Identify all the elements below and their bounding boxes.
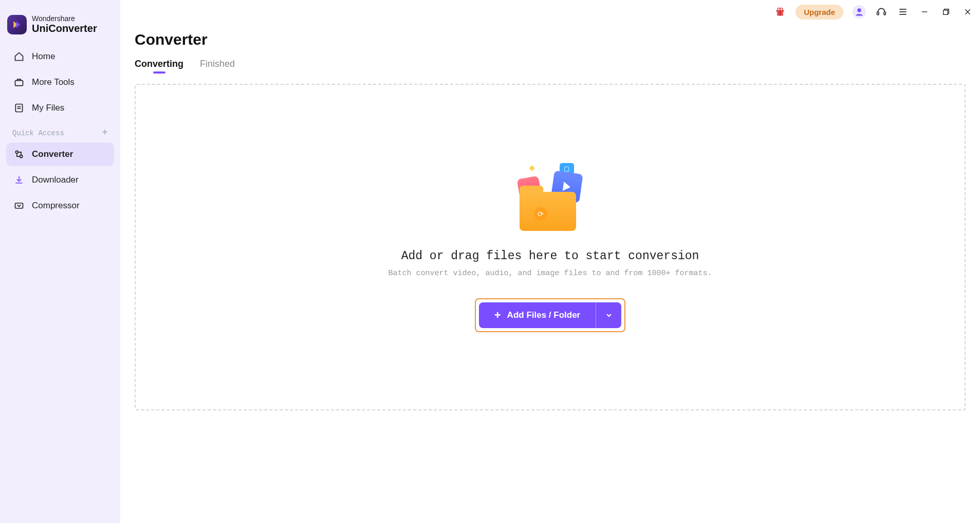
brand-bottom: UniConverter (32, 23, 97, 34)
window-close-button[interactable] (961, 6, 974, 18)
add-files-button[interactable]: + Add Files / Folder (479, 302, 596, 328)
gift-icon[interactable] (774, 6, 786, 18)
quick-access-nav: Converter Downloader Compressor (0, 142, 120, 218)
home-icon (13, 51, 25, 62)
sidebar-item-home[interactable]: Home (6, 45, 114, 68)
svg-point-4 (15, 151, 18, 153)
download-icon (13, 174, 25, 186)
app-logo: Wondershare UniConverter (0, 10, 120, 45)
quick-access-label: Quick Access (12, 129, 64, 137)
window-maximize-button[interactable] (940, 6, 952, 18)
sidebar-item-label: Converter (32, 149, 73, 159)
drop-zone[interactable]: ▢ ♪ ⟳ Add or drag files here to start co… (135, 84, 966, 410)
svg-rect-6 (15, 203, 23, 208)
add-files-group: + Add Files / Folder (475, 298, 625, 332)
compressor-icon (13, 200, 25, 211)
support-icon[interactable] (875, 6, 887, 18)
main-area: Upgrade Converter Converting Finished (120, 0, 980, 523)
sidebar-item-compressor[interactable]: Compressor (6, 194, 114, 218)
primary-nav: Home More Tools My Files (0, 45, 120, 120)
plus-icon: + (494, 310, 501, 321)
logo-mark-icon (7, 15, 27, 34)
sidebar-item-more-tools[interactable]: More Tools (6, 70, 114, 94)
sidebar-item-label: Home (32, 51, 55, 62)
tabs: Converting Finished (135, 59, 966, 74)
drop-title: Add or drag files here to start conversi… (401, 249, 699, 263)
tab-converting[interactable]: Converting (135, 59, 183, 74)
svg-point-5 (20, 155, 23, 158)
svg-rect-9 (780, 10, 781, 16)
converter-icon (13, 149, 25, 160)
sidebar-item-label: My Files (32, 103, 64, 113)
quick-access-header: Quick Access + (0, 120, 120, 142)
user-avatar[interactable] (853, 5, 866, 19)
toolbox-icon (13, 77, 25, 88)
sidebar-item-converter[interactable]: Converter (6, 142, 114, 166)
file-icon (13, 102, 25, 114)
svg-point-11 (780, 8, 783, 11)
sidebar-item-label: Compressor (32, 201, 80, 211)
add-files-dropdown-button[interactable] (596, 302, 621, 328)
sidebar: Wondershare UniConverter Home More Tools… (0, 0, 120, 523)
sidebar-item-downloader[interactable]: Downloader (6, 168, 114, 192)
drop-subtitle: Batch convert video, audio, and image fi… (388, 269, 712, 278)
brand-top: Wondershare (32, 14, 97, 23)
window-minimize-button[interactable] (918, 6, 931, 18)
tab-finished[interactable]: Finished (200, 59, 235, 74)
content: Converter Converting Finished ▢ ♪ ⟳ Add … (120, 21, 980, 410)
sidebar-item-my-files[interactable]: My Files (6, 96, 114, 120)
sidebar-item-label: More Tools (32, 77, 75, 87)
menu-icon[interactable] (897, 6, 909, 18)
svg-rect-13 (877, 12, 879, 15)
add-quick-access-button[interactable]: + (102, 128, 108, 138)
svg-rect-0 (15, 81, 23, 86)
upgrade-button[interactable]: Upgrade (796, 5, 843, 20)
chevron-down-icon (605, 311, 613, 319)
logo-text: Wondershare UniConverter (32, 14, 97, 34)
add-files-label: Add Files / Folder (507, 310, 581, 320)
svg-rect-14 (884, 12, 885, 15)
titlebar: Upgrade (120, 0, 980, 21)
svg-point-12 (857, 8, 861, 12)
sidebar-item-label: Downloader (32, 175, 79, 185)
page-title: Converter (135, 31, 966, 48)
svg-rect-20 (944, 10, 948, 15)
drop-illustration-icon: ▢ ♪ ⟳ (514, 162, 586, 234)
